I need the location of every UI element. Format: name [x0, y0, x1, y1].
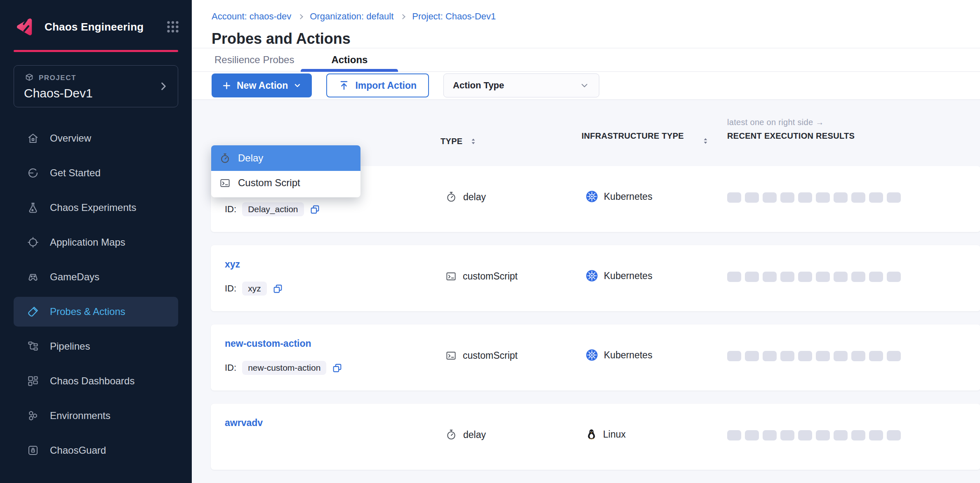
get-started-icon: [27, 167, 39, 179]
active-tab-indicator: [301, 69, 398, 72]
copy-icon[interactable]: [273, 284, 283, 294]
action-name-link[interactable]: new-custom-action: [225, 338, 311, 349]
sidebar-nav: Overview Get Started Chaos Experiments: [0, 123, 192, 465]
app-switcher-icon[interactable]: [165, 19, 180, 34]
sidebar-item-label: Application Maps: [50, 237, 125, 248]
copy-icon[interactable]: [332, 363, 342, 373]
action-type-cell: customScript: [445, 348, 518, 362]
test-tube-icon: [27, 305, 39, 318]
recent-execution-results: [727, 430, 901, 440]
import-action-label: Import Action: [355, 80, 417, 91]
page-title: Probes and Actions: [212, 30, 980, 48]
execution-result-placeholder: [887, 351, 901, 361]
menu-item-delay[interactable]: Delay: [211, 145, 360, 171]
id-label: ID:: [225, 362, 236, 373]
chevron-down-icon: [579, 80, 590, 91]
action-type-value: customScript: [463, 350, 518, 361]
project-selector[interactable]: PROJECT Chaos-Dev1: [14, 65, 178, 107]
sort-icon[interactable]: [701, 137, 710, 145]
execution-result-placeholder: [869, 192, 883, 203]
new-action-label: New Action: [237, 80, 288, 91]
sidebar-item-label: ChaosGuard: [50, 445, 106, 456]
sidebar-item-environments[interactable]: Environments: [14, 401, 178, 431]
execution-result-placeholder: [780, 351, 794, 361]
import-action-button[interactable]: Import Action: [326, 73, 429, 97]
column-header-infrastructure-type: INFRASTRUCTURE TYPE: [582, 130, 687, 142]
sort-icon[interactable]: [469, 137, 478, 146]
new-action-button[interactable]: New Action: [212, 73, 312, 97]
action-id-chip: Delay_action: [242, 202, 304, 216]
dashboard-icon: [27, 375, 39, 387]
sidebar-item-label: Get Started: [50, 167, 101, 179]
execution-result-placeholder: [816, 192, 830, 203]
stopwatch-icon: [445, 429, 457, 440]
sidebar-item-application-maps[interactable]: Application Maps: [14, 227, 178, 257]
breadcrumb: Account: chaos-dev Organization: default…: [212, 11, 980, 22]
breadcrumb-organization-link[interactable]: Organization: default: [310, 11, 393, 22]
project-label: PROJECT: [39, 74, 76, 82]
action-id-chip: xyz: [242, 282, 267, 296]
recent-executions-hint: latest one on right side →: [727, 118, 855, 127]
execution-result-placeholder: [745, 430, 759, 440]
action-type-cell: customScript: [445, 269, 518, 283]
execution-result-placeholder: [780, 430, 794, 440]
execution-result-placeholder: [816, 430, 830, 440]
linux-icon: [586, 429, 597, 440]
execution-result-placeholder: [816, 272, 830, 282]
tab-actions[interactable]: Actions: [301, 48, 398, 71]
execution-result-placeholder: [887, 272, 901, 282]
execution-result-placeholder: [745, 192, 759, 203]
plus-icon: [221, 80, 232, 91]
chevron-down-icon: [293, 81, 302, 90]
sidebar-item-chaos-experiments[interactable]: Chaos Experiments: [14, 193, 178, 223]
infrastructure-cell: Kubernetes: [586, 189, 653, 204]
recent-execution-results: [727, 351, 901, 361]
sidebar-item-chaosguard[interactable]: ChaosGuard: [14, 436, 178, 465]
sidebar-item-gamedays[interactable]: GameDays: [14, 262, 178, 292]
execution-result-placeholder: [727, 351, 741, 361]
kubernetes-icon: [586, 270, 598, 282]
project-name: Chaos-Dev1: [24, 86, 168, 100]
sidebar-item-probes-actions[interactable]: Probes & Actions: [14, 297, 178, 327]
pipeline-icon: [27, 340, 39, 353]
sidebar-item-label: Pipelines: [50, 341, 90, 352]
sidebar-item-pipelines[interactable]: Pipelines: [14, 331, 178, 361]
infrastructure-cell: Kubernetes: [586, 268, 653, 283]
menu-item-custom-script[interactable]: Custom Script: [211, 171, 360, 195]
action-name-link[interactable]: awrvadv: [225, 417, 263, 429]
sidebar-item-label: Overview: [50, 133, 91, 144]
execution-result-placeholder: [887, 192, 901, 203]
tab-resilience-probes[interactable]: Resilience Probes: [214, 48, 294, 71]
action-type-cell: delay: [445, 428, 486, 442]
logo-row: Chaos Engineering: [0, 0, 192, 39]
flask-icon: [27, 201, 39, 214]
execution-result-placeholder: [869, 430, 883, 440]
execution-result-placeholder: [851, 430, 865, 440]
execution-result-placeholder: [851, 272, 865, 282]
kubernetes-icon: [586, 349, 598, 361]
breadcrumb-account-link[interactable]: Account: chaos-dev: [212, 11, 291, 22]
chaos-engineering-logo-icon: [14, 15, 38, 39]
execution-result-placeholder: [763, 272, 777, 282]
action-name-link[interactable]: xyz: [225, 258, 240, 270]
sidebar-item-overview[interactable]: Overview: [14, 123, 178, 153]
recent-execution-results: [727, 272, 901, 282]
execution-result-placeholder: [816, 351, 830, 361]
action-id-row: ID: xyz: [225, 282, 283, 295]
execution-result-placeholder: [798, 272, 812, 282]
sidebar: Chaos Engineering PROJECT Chaos-Dev1: [0, 0, 192, 483]
action-id-row: ID: new-custom-action: [225, 361, 342, 374]
tabs: Resilience Probes Actions: [192, 48, 980, 72]
action-type-select[interactable]: Action Type: [443, 73, 599, 97]
execution-result-placeholder: [780, 272, 794, 282]
execution-result-placeholder: [763, 351, 777, 361]
execution-result-placeholder: [798, 430, 812, 440]
infrastructure-value: Kubernetes: [604, 191, 653, 202]
action-type-label: Action Type: [453, 80, 504, 91]
sidebar-item-label: GameDays: [50, 271, 99, 283]
execution-result-placeholder: [727, 192, 741, 203]
sidebar-item-get-started[interactable]: Get Started: [14, 158, 178, 188]
sidebar-item-chaos-dashboards[interactable]: Chaos Dashboards: [14, 366, 178, 396]
breadcrumb-project-link[interactable]: Project: Chaos-Dev1: [412, 11, 496, 22]
copy-icon[interactable]: [310, 204, 320, 215]
